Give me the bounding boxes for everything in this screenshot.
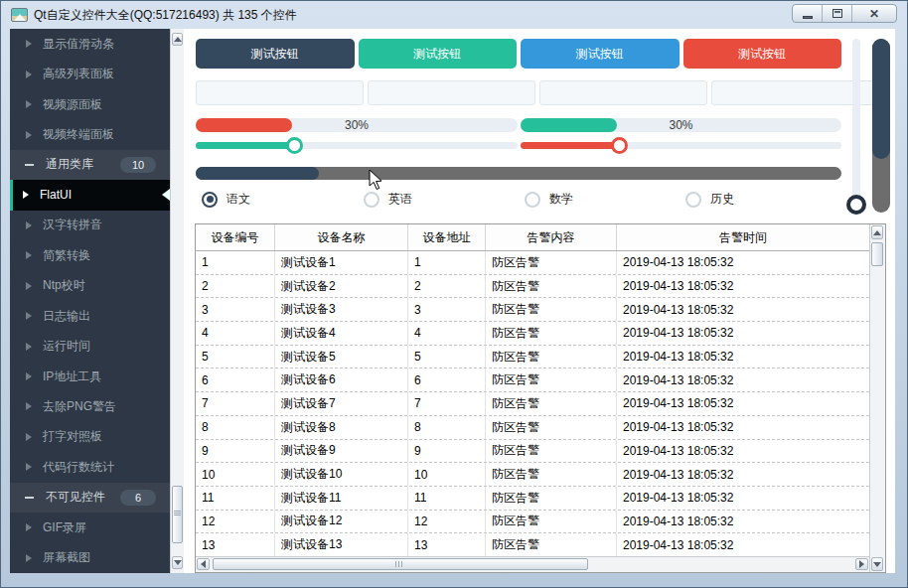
grip-icon (395, 561, 402, 567)
table-header-cell[interactable]: 设备名称 (275, 224, 408, 250)
table-cell: 2019-04-13 18:05:32 (617, 298, 869, 321)
vertical-scrollbar-demo[interactable] (872, 39, 890, 213)
table-cell: 防区告警 (486, 322, 617, 345)
table-cell: 8 (196, 416, 275, 439)
close-icon: ✕ (869, 8, 879, 20)
radio-option[interactable]: 英语 (364, 191, 412, 208)
text-input[interactable] (539, 80, 707, 105)
table-rows: 1测试设备11防区告警2019-04-13 18:05:322测试设备22防区告… (196, 251, 869, 556)
table-cell: 2019-04-13 18:05:32 (617, 440, 869, 463)
progress-bar: 30% (196, 118, 518, 132)
table-row[interactable]: 5测试设备55防区告警2019-04-13 18:05:32 (196, 345, 869, 368)
table-cell: 2 (408, 275, 486, 298)
table-row[interactable]: 13测试设备1313防区告警2019-04-13 18:05:32 (196, 532, 869, 556)
table-vertical-scrollbar[interactable] (869, 224, 885, 572)
table-cell: 测试设备11 (275, 487, 408, 510)
table-row[interactable]: 2测试设备22防区告警2019-04-13 18:05:32 (196, 274, 869, 298)
table-row[interactable]: 10测试设备1010防区告警2019-04-13 18:05:32 (196, 462, 869, 486)
test-button[interactable]: 测试按钮 (359, 39, 518, 69)
table-body-area: 设备编号设备名称设备地址告警内容告警时间 1测试设备11防区告警2019-04-… (196, 224, 869, 572)
table-row[interactable]: 4测试设备44防区告警2019-04-13 18:05:32 (196, 321, 869, 345)
sidebar-item[interactable]: 不可见控件6 (10, 483, 170, 513)
scroll-up-button[interactable] (871, 225, 883, 239)
sidebar-item-label: 显示值滑动条 (43, 36, 114, 53)
table-row[interactable]: 3测试设备33防区告警2019-04-13 18:05:32 (196, 297, 869, 321)
close-button[interactable]: ✕ (852, 5, 896, 22)
sidebar-item[interactable]: 运行时间 (10, 331, 170, 361)
sidebar-item[interactable]: 汉字转拼音 (10, 211, 170, 240)
table-header-cell[interactable]: 设备编号 (196, 224, 275, 250)
sidebar-item[interactable]: 打字对照板 (10, 422, 170, 452)
radio-option[interactable]: 语文 (202, 191, 250, 208)
table-header-cell[interactable]: 告警内容 (486, 224, 617, 250)
radio-option[interactable]: 数学 (525, 191, 573, 208)
sidebar-item[interactable]: 视频终端面板 (10, 119, 170, 149)
sidebar-item[interactable]: IP地址工具 (10, 362, 170, 391)
table-header-cell[interactable]: 告警时间 (617, 224, 869, 250)
app-window: Qt自定义控件大全(QQ:517216493) 共 135 个控件 ✕ 显示值滑… (0, 0, 908, 588)
sidebar-item[interactable]: GIF录屏 (10, 513, 170, 542)
table-cell: 测试设备3 (275, 298, 408, 321)
table-cell: 防区告警 (486, 275, 617, 298)
scroll-down-button[interactable] (871, 557, 883, 571)
table-row[interactable]: 9测试设备99防区告警2019-04-13 18:05:32 (196, 439, 869, 463)
radio-label: 语文 (227, 191, 250, 208)
collapse-minus-icon (25, 164, 34, 166)
sidebar-item[interactable]: 显示值滑动条 (10, 29, 170, 59)
sidebar-scrollbar-thumb[interactable] (172, 486, 183, 543)
sidebar-item[interactable]: 日志输出 (10, 301, 170, 331)
table-row[interactable]: 6测试设备66防区告警2019-04-13 18:05:32 (196, 368, 869, 391)
text-input[interactable] (196, 80, 364, 105)
sidebar-item-label: GIF录屏 (43, 519, 86, 536)
table-horizontal-scrollbar[interactable] (196, 556, 869, 572)
minimize-icon (803, 16, 813, 19)
scroll-up-button[interactable] (172, 33, 183, 46)
table-cell: 防区告警 (486, 346, 617, 368)
test-button[interactable]: 测试按钮 (683, 39, 842, 69)
radio-option[interactable]: 历史 (685, 191, 734, 208)
alarm-table: 设备编号设备名称设备地址告警内容告警时间 1测试设备11防区告警2019-04-… (195, 223, 886, 573)
vertical-slider[interactable] (852, 39, 860, 215)
horizontal-scrollbar-demo[interactable] (196, 167, 841, 180)
table-hscrollbar-thumb[interactable] (213, 558, 588, 570)
slider-handle[interactable] (611, 137, 628, 154)
sidebar-scrollbar[interactable] (170, 29, 184, 573)
progress-bar-value: 30% (196, 118, 518, 132)
scroll-down-button[interactable] (172, 556, 183, 569)
text-input[interactable] (368, 80, 535, 105)
slider[interactable] (521, 137, 841, 154)
app-icon (11, 8, 28, 22)
sidebar-item[interactable]: 屏幕截图 (10, 542, 170, 572)
minimize-button[interactable] (793, 5, 823, 22)
table-header-cell[interactable]: 设备地址 (408, 224, 486, 250)
sidebar-item[interactable]: 通用类库10 (10, 150, 170, 180)
table-cell: 7 (408, 392, 486, 415)
table-row[interactable]: 7测试设备77防区告警2019-04-13 18:05:32 (196, 391, 869, 415)
radio-group: 语文英语数学历史 (184, 191, 895, 209)
table-cell: 1 (408, 251, 486, 274)
table-row[interactable]: 1测试设备11防区告警2019-04-13 18:05:32 (196, 251, 869, 274)
test-button[interactable]: 测试按钮 (521, 39, 680, 69)
table-row[interactable]: 12测试设备1212防区告警2019-04-13 18:05:32 (196, 510, 869, 533)
table-cell: 测试设备10 (275, 463, 408, 486)
vertical-slider-handle[interactable] (846, 195, 866, 215)
maximize-icon (832, 9, 842, 18)
maximize-button[interactable] (823, 5, 852, 22)
scroll-left-button[interactable] (197, 558, 210, 570)
sidebar-item[interactable]: FlatUI (10, 180, 170, 210)
scroll-right-button[interactable] (855, 558, 868, 570)
sidebar-item[interactable]: 简繁转换 (10, 240, 170, 270)
slider-handle[interactable] (286, 137, 303, 154)
table-vscrollbar-thumb[interactable] (871, 242, 883, 266)
slider[interactable] (196, 137, 518, 154)
sidebar-item-label: 通用类库 (46, 156, 93, 173)
table-row[interactable]: 8测试设备88防区告警2019-04-13 18:05:32 (196, 415, 869, 439)
sidebar-item[interactable]: Ntp校时 (10, 271, 170, 301)
sidebar-item[interactable]: 视频源面板 (10, 89, 170, 119)
test-button[interactable]: 测试按钮 (196, 39, 355, 69)
table-header-row: 设备编号设备名称设备地址告警内容告警时间 (196, 224, 869, 251)
sidebar-item[interactable]: 高级列表面板 (10, 59, 170, 88)
sidebar-item[interactable]: 代码行数统计 (10, 452, 170, 482)
sidebar-item[interactable]: 去除PNG警告 (10, 391, 170, 421)
table-row[interactable]: 11测试设备1111防区告警2019-04-13 18:05:32 (196, 486, 869, 510)
